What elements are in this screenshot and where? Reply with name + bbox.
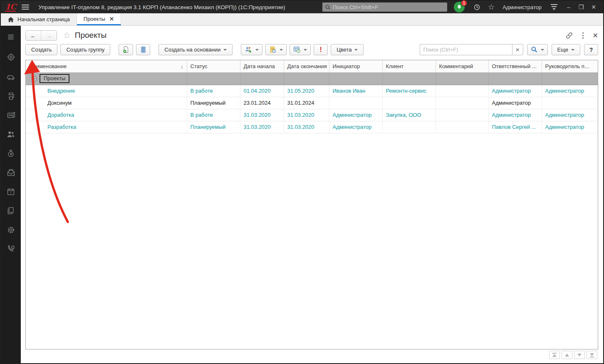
up-arrow-icon (564, 353, 569, 357)
column-header-comment[interactable]: Комментарий (436, 60, 488, 72)
more-button[interactable]: Еще (552, 44, 580, 55)
sidebar-vehicle-icon[interactable] (1, 70, 21, 84)
chevron-down-icon (571, 49, 574, 51)
column-header-name[interactable]: Наименование↓ (26, 60, 187, 72)
column-header-status[interactable]: Статус (187, 60, 240, 72)
group-label[interactable]: Проекты (40, 74, 69, 83)
column-header-date-start[interactable]: Дата начала (240, 60, 284, 72)
global-search-box[interactable] (322, 2, 447, 12)
chevron-down-icon (304, 49, 307, 51)
create-group-button[interactable]: Создать группу (60, 44, 110, 55)
sidebar-mail-icon[interactable] (1, 165, 21, 180)
down-arrow-icon (577, 353, 582, 357)
sidebar-documents-icon[interactable] (1, 204, 21, 218)
list-view-button[interactable] (136, 44, 150, 55)
importance-button[interactable]: ! (314, 44, 328, 55)
app-window: 1С Управление IT-отделом 8, редакция 3.1… (0, 0, 604, 364)
collapse-group-icon[interactable] (32, 76, 37, 81)
tab-projects-label: Проекты (84, 16, 105, 22)
minimize-button[interactable]: – (562, 4, 575, 10)
create-based-on-label: Создать на основании (164, 47, 220, 53)
go-up-button[interactable] (562, 351, 572, 359)
global-search-input[interactable] (333, 4, 445, 10)
search-icon (531, 46, 538, 53)
first-row-icon (552, 353, 557, 357)
add-to-favorites-star[interactable]: ☆ (63, 30, 71, 40)
table-row[interactable]: ВнедрениеВ работе01.04.202031.05.2020Ива… (26, 85, 598, 97)
column-header-date-end[interactable]: Дата окончания (284, 60, 329, 72)
section-sidebar: 7 (1, 26, 21, 363)
chevron-down-icon (354, 49, 358, 51)
projects-table: Наименование↓ Статус Дата начала Дата ок… (25, 60, 598, 349)
column-header-client[interactable]: Клиент (382, 60, 436, 72)
list-search-box: ✕ (420, 44, 523, 55)
link-icon[interactable] (565, 32, 573, 39)
window-title: Управление IT-отделом 8, редакция 3.1 КО… (38, 4, 285, 10)
more-menu-kebab-icon[interactable] (582, 32, 584, 39)
close-window-button[interactable]: ✕ (587, 4, 600, 10)
more-label: Еще (557, 47, 568, 53)
1c-logo: 1С (5, 2, 16, 12)
service-menu-icon[interactable] (551, 4, 557, 10)
document-plus-icon (122, 46, 129, 53)
go-last-button[interactable] (587, 351, 597, 359)
group-row-projects[interactable]: Проекты (26, 72, 598, 85)
form-area: ← → ☆ Проекты ✕ Создать Создать группу (21, 26, 603, 363)
notification-badge: 1 (461, 0, 467, 6)
close-form-icon[interactable]: ✕ (593, 32, 598, 39)
forward-button[interactable]: → (41, 31, 57, 40)
document-clock-icon (269, 46, 277, 53)
column-header-manager[interactable]: Руководитель п... (542, 60, 598, 72)
tab-home-label: Начальная страница (17, 16, 70, 22)
clear-search-icon[interactable]: ✕ (512, 44, 523, 55)
tab-projects[interactable]: Проекты ✕ (77, 13, 121, 25)
history-button[interactable] (473, 4, 480, 11)
create-based-on-button[interactable]: Создать на основании (158, 44, 233, 55)
sidebar-settings-gear-icon[interactable] (1, 223, 21, 237)
search-settings-button[interactable] (527, 44, 548, 55)
help-label: ? (589, 47, 593, 53)
table-row[interactable]: ДоработкаВ работе31.03.202031.03.2020Адм… (26, 109, 598, 121)
main-menu-icon[interactable] (22, 5, 29, 10)
favorites-star-button[interactable]: ☆ (488, 2, 495, 12)
exclamation-icon: ! (320, 46, 322, 54)
table-row[interactable]: ДоксинумПланируемый23.01.202431.01.2024А… (26, 97, 598, 109)
last-row-icon (589, 353, 594, 357)
home-icon (7, 17, 14, 22)
svg-text:7: 7 (10, 191, 12, 194)
list-search-input[interactable] (420, 44, 512, 55)
assign-users-dropdown-button[interactable] (241, 44, 262, 55)
sidebar-users-icon[interactable] (1, 127, 21, 141)
copy-item-button[interactable] (119, 44, 133, 55)
notifications-button[interactable]: 1 (454, 2, 465, 12)
tab-close-icon[interactable]: ✕ (109, 16, 114, 22)
sidebar-menu-icon[interactable] (1, 30, 21, 44)
sidebar-moneybag-icon[interactable] (1, 146, 21, 160)
sort-descending-icon: ↓ (181, 63, 183, 69)
maximize-button[interactable]: ❒ (575, 4, 587, 10)
schedule-dropdown-button[interactable] (290, 44, 311, 55)
task-dropdown-button[interactable] (265, 44, 287, 55)
sidebar-helm-icon[interactable] (1, 50, 21, 64)
table-row[interactable]: РазработкаПланируемый31.03.202031.03.202… (26, 121, 598, 133)
go-down-button[interactable] (574, 351, 585, 359)
colors-button[interactable]: Цвета (331, 44, 364, 55)
list-toolbar: Создать Создать группу Создать на основа… (25, 44, 598, 56)
sidebar-map-icon[interactable] (1, 108, 21, 122)
sidebar-calendar-icon[interactable]: 7 (1, 184, 21, 199)
tab-home[interactable]: Начальная страница (1, 13, 77, 25)
form-header: ← → ☆ Проекты ✕ (25, 29, 598, 42)
tab-bar: Начальная страница Проекты ✕ (1, 13, 603, 26)
sidebar-printer-icon[interactable] (1, 89, 21, 103)
sidebar-phone-support-icon[interactable] (1, 242, 21, 256)
column-header-responsible[interactable]: Ответственный ... (488, 60, 542, 72)
column-header-initiator[interactable]: Инициатор (329, 60, 382, 72)
chevron-down-icon (223, 49, 227, 51)
current-user[interactable]: Администратор (503, 4, 542, 10)
create-button[interactable]: Создать (25, 44, 57, 55)
back-button[interactable]: ← (26, 31, 41, 40)
help-button[interactable]: ? (584, 44, 598, 55)
colors-label: Цвета (337, 47, 352, 53)
users-plus-icon (245, 46, 252, 53)
go-first-button[interactable] (549, 351, 560, 359)
